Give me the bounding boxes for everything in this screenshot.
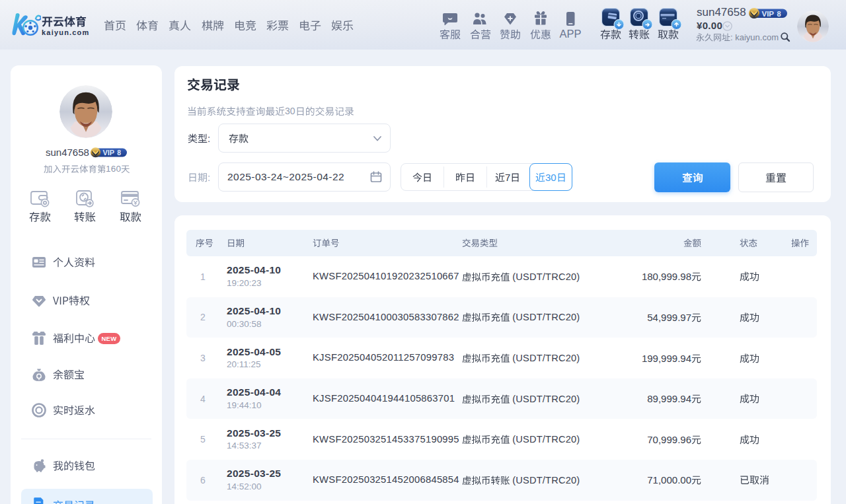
svg-text:8: 8 xyxy=(117,149,121,157)
svg-text:VIP: VIP xyxy=(762,10,775,18)
svg-text:VIP: VIP xyxy=(102,149,114,157)
svg-text:8: 8 xyxy=(777,10,781,18)
